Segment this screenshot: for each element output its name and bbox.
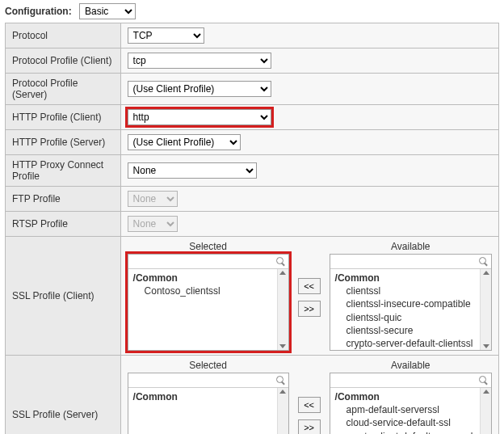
move-left-button[interactable]: << [298, 278, 321, 294]
http-proxy-connect-label: HTTP Proxy Connect Profile [6, 155, 121, 187]
ssl-client-available-list[interactable]: /Common clientssl clientssl-insecure-com… [330, 254, 492, 351]
move-left-button[interactable]: << [298, 397, 321, 413]
configuration-select[interactable]: Basic [79, 3, 136, 19]
list-item[interactable]: clientssl [335, 284, 475, 297]
ssl-profile-client-label: SSL Profile (Client) [6, 237, 121, 356]
protocol-profile-client-select[interactable]: tcp [128, 53, 271, 69]
scroll-down-icon[interactable] [279, 344, 286, 348]
list-item[interactable]: Contoso_clientssl [133, 284, 272, 297]
protocol-profile-server-label: Protocol Profile (Server) [6, 74, 121, 105]
protocol-profile-client-label: Protocol Profile (Client) [6, 48, 121, 74]
protocol-label: Protocol [6, 23, 121, 48]
http-profile-server-select[interactable]: (Use Client Profile) [128, 134, 241, 150]
protocol-profile-server-select[interactable]: (Use Client Profile) [128, 81, 271, 97]
list-item[interactable]: crypto-client-default-serverssl [335, 430, 475, 434]
protocol-select[interactable]: TCP [128, 27, 204, 44]
configuration-label: Configuration: [5, 6, 72, 17]
ftp-profile-label: FTP Profile [6, 187, 121, 212]
list-group: /Common [133, 390, 272, 403]
scrollbar[interactable] [480, 269, 491, 350]
search-icon[interactable] [276, 257, 285, 266]
selected-header: Selected [128, 360, 289, 371]
list-item[interactable]: cloud-service-default-ssl [335, 416, 475, 429]
list-item[interactable]: clientssl-quic [335, 311, 475, 324]
search-icon[interactable] [479, 257, 488, 266]
scrollbar[interactable] [277, 388, 288, 434]
scroll-down-icon[interactable] [483, 344, 489, 348]
list-group: /Common [335, 390, 475, 403]
http-profile-client-select[interactable]: http [128, 109, 271, 125]
available-header: Available [330, 360, 492, 371]
scroll-up-icon[interactable] [483, 271, 489, 275]
search-icon[interactable] [276, 376, 285, 385]
ssl-server-selected-list[interactable]: /Common [128, 373, 289, 434]
move-right-button[interactable]: >> [298, 301, 321, 317]
ssl-profile-server-label: SSL Profile (Server) [6, 356, 121, 435]
list-item[interactable]: clientssl-secure [335, 324, 475, 337]
ssl-server-dual-list: Selected Available /Common [128, 360, 492, 434]
list-item[interactable]: clientssl-insecure-compatible [335, 297, 475, 310]
http-profile-server-label: HTTP Profile (Server) [6, 130, 121, 155]
ssl-server-available-list[interactable]: /Common apm-default-serverssl cloud-serv… [330, 373, 492, 434]
ssl-client-selected-list[interactable]: /Common Contoso_clientssl [128, 254, 289, 351]
search-icon[interactable] [479, 376, 488, 385]
http-proxy-connect-select[interactable]: None [128, 162, 257, 179]
scroll-up-icon[interactable] [279, 390, 286, 394]
list-group: /Common [335, 272, 475, 284]
list-group: /Common [133, 272, 272, 284]
http-profile-client-label: HTTP Profile (Client) [6, 105, 121, 130]
list-item[interactable]: apm-default-serverssl [335, 403, 475, 416]
scroll-up-icon[interactable] [279, 271, 286, 275]
selected-header: Selected [128, 241, 289, 252]
move-right-button[interactable]: >> [298, 419, 321, 434]
scrollbar[interactable] [277, 269, 288, 350]
list-item[interactable]: crypto-server-default-clientssl [335, 337, 475, 350]
scroll-up-icon[interactable] [483, 390, 489, 394]
rtsp-profile-select: None [128, 216, 178, 232]
form-table: Protocol TCP Protocol Profile (Client) t… [5, 23, 499, 434]
rtsp-profile-label: RTSP Profile [6, 212, 121, 237]
ssl-client-dual-list: Selected Available /Common Contoso_clien… [128, 241, 492, 351]
available-header: Available [330, 241, 492, 252]
configuration-row: Configuration: Basic [5, 3, 499, 19]
ftp-profile-select: None [128, 191, 178, 207]
scrollbar[interactable] [480, 388, 491, 434]
